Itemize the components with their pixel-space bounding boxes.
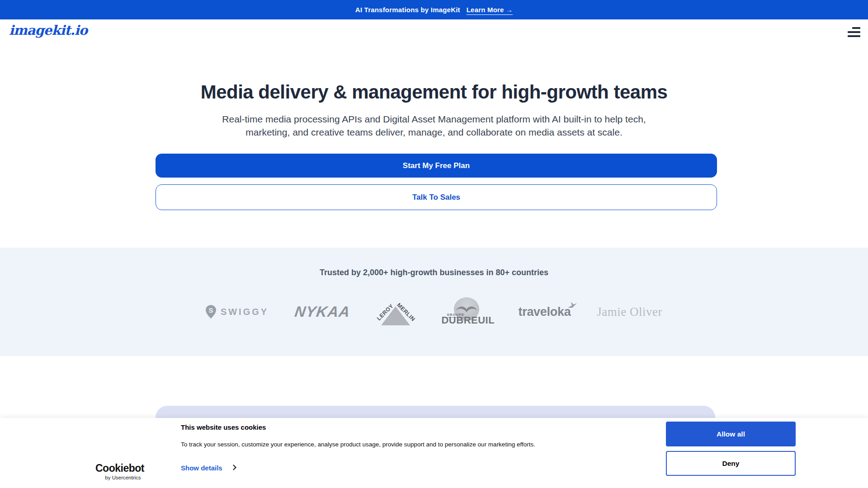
trusted-by-heading: Trusted by 2,000+ high-growth businesses… xyxy=(0,268,868,277)
nykaa-logo: NYKAA xyxy=(295,303,350,320)
customer-logo-row: S SWIGGY NYKAA LEROY MERLIN GROUPE DUBRE… xyxy=(0,297,868,326)
site-header: imagekit.io xyxy=(0,19,868,46)
cookie-banner-title: This website uses cookies xyxy=(181,423,266,431)
groupe-dubreuil-logo: GROUPE DUBREUIL xyxy=(441,297,492,326)
traveloka-bird-icon xyxy=(567,301,577,309)
cookiebot-wordmark: Cookiebot xyxy=(95,462,144,474)
announcement-text: AI Transformations by ImageKit xyxy=(355,6,460,14)
hamburger-bar xyxy=(848,31,860,33)
cookiebot-byline: by Usercentrics xyxy=(95,475,144,480)
hero-cta-group: Start My Free Plan Talk To Sales xyxy=(156,154,717,210)
jamie-oliver-logo: Jamie Oliver xyxy=(597,305,662,319)
hamburger-bar xyxy=(852,27,860,29)
site-logo[interactable]: imagekit.io xyxy=(9,23,87,38)
hero-subtitle: Real-time media processing APIs and Digi… xyxy=(0,113,868,139)
allow-all-button[interactable]: Allow all xyxy=(666,422,796,446)
cookiebot-logo[interactable]: Cookiebot by Usercentrics xyxy=(95,462,144,480)
chevron-right-icon xyxy=(231,465,236,470)
hero-subtitle-line2: marketing, and creative teams deliver, m… xyxy=(0,126,868,139)
talk-to-sales-button[interactable]: Talk To Sales xyxy=(156,184,717,210)
show-details-link[interactable]: Show details xyxy=(181,464,236,472)
dubreuil-wordmark: DUBREUIL xyxy=(441,314,492,326)
swiggy-pin-icon: S xyxy=(206,305,216,319)
trusted-by-section: Trusted by 2,000+ high-growth businesses… xyxy=(0,248,868,356)
swiggy-wordmark: SWIGGY xyxy=(221,307,269,317)
jamie-oliver-wordmark: Jamie Oliver xyxy=(597,305,662,319)
show-details-label: Show details xyxy=(181,464,222,472)
hamburger-menu-icon[interactable] xyxy=(848,25,860,39)
page-title: Media delivery & management for high-gro… xyxy=(0,81,868,103)
nykaa-wordmark: NYKAA xyxy=(293,303,351,320)
banner-learn-more-link[interactable]: Learn More → xyxy=(467,6,513,14)
hero-subtitle-line1: Real-time media processing APIs and Digi… xyxy=(0,113,868,126)
start-free-plan-button[interactable]: Start My Free Plan xyxy=(156,154,717,178)
traveloka-logo: traveloka xyxy=(518,305,571,319)
cookie-banner-description: To track your session, customize your ex… xyxy=(181,441,633,448)
hamburger-bar xyxy=(848,35,860,37)
traveloka-wordmark: traveloka xyxy=(518,305,571,319)
imagekit-homepage: AI Transformations by ImageKit Learn Mor… xyxy=(0,0,868,488)
svg-text:S: S xyxy=(208,306,213,314)
announcement-banner: AI Transformations by ImageKit Learn Mor… xyxy=(0,0,868,19)
leroy-merlin-logo: LEROY MERLIN xyxy=(376,298,415,326)
swiggy-logo: S SWIGGY xyxy=(206,305,269,319)
cookie-consent-banner: Cookiebot by Usercentrics This website u… xyxy=(0,418,868,488)
deny-button[interactable]: Deny xyxy=(666,451,796,476)
